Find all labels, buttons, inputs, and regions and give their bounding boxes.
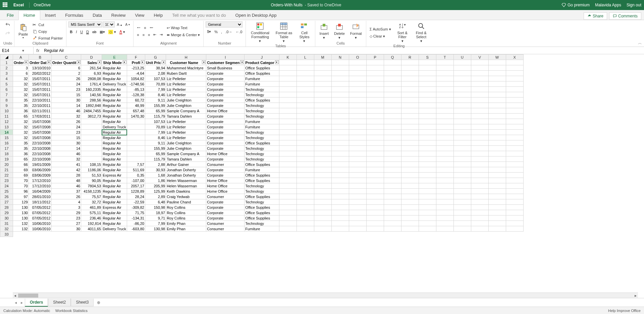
cell-D7[interactable]: 140,56 (81, 92, 102, 98)
cell-D3[interactable]: 6,93 (81, 71, 102, 76)
cell-Q18[interactable] (384, 151, 401, 156)
name-box-dropdown[interactable]: ▾ (22, 48, 24, 53)
open-desktop-button[interactable]: Open in Desktop App (231, 11, 281, 20)
cell-styles-button[interactable]: Cell Styles▾ (296, 21, 313, 44)
cell-B10[interactable]: 02/11/2011 (29, 108, 51, 114)
cell-S13[interactable] (419, 124, 436, 130)
cell-G10[interactable]: 65,99 (145, 108, 166, 114)
cell-M6[interactable] (314, 87, 331, 92)
sign-out-button[interactable]: Sign out (627, 3, 641, 7)
cell-V32[interactable] (471, 226, 488, 232)
cell-B20[interactable]: 19/01/2009 (29, 162, 51, 167)
cell-U7[interactable] (453, 92, 471, 98)
cell-N24[interactable] (331, 183, 349, 189)
cell-H2[interactable]: Muhammed MacIntyre (166, 65, 206, 71)
cell-X4[interactable] (506, 76, 523, 81)
merge-center-button[interactable]: ⬌Merge & Center▾ (165, 32, 201, 38)
row-header-15[interactable]: 15 (0, 135, 13, 140)
cell-L27[interactable] (297, 199, 314, 205)
cell-P8[interactable] (366, 98, 384, 103)
cell-M24[interactable] (314, 183, 331, 189)
cell[interactable] (297, 60, 314, 65)
cell-G23[interactable]: 1,86 (145, 178, 166, 183)
tab-insert[interactable]: Insert (40, 11, 61, 20)
cell-V6[interactable] (471, 87, 488, 92)
cell-K14[interactable] (279, 130, 297, 135)
cell-F28[interactable]: -309,82 (127, 205, 145, 210)
cell-T18[interactable] (436, 151, 453, 156)
cell-V16[interactable] (471, 140, 488, 146)
cell-E6[interactable]: Regular Air (102, 87, 127, 92)
cell-F4[interactable]: 1054,82 (127, 76, 145, 81)
cell-T20[interactable] (436, 162, 453, 167)
row-header-8[interactable]: 8 (0, 98, 13, 103)
col-header-C[interactable]: C (51, 55, 81, 60)
cell-J16[interactable]: Office Supplies (245, 140, 279, 146)
cell-D4[interactable]: 2808,08 (81, 76, 102, 81)
cell-K20[interactable] (279, 162, 297, 167)
cell-O8[interactable] (349, 98, 366, 103)
row-header-25[interactable]: 25 (0, 189, 13, 194)
cell-S11[interactable] (419, 114, 436, 119)
cell-F22[interactable]: 0,35 (127, 173, 145, 178)
cell-N29[interactable] (331, 210, 349, 215)
row-header-9[interactable]: 9 (0, 103, 13, 108)
cell-O29[interactable] (349, 210, 366, 215)
delete-cells-button[interactable]: Delete▾ (332, 22, 347, 41)
cell-G9[interactable]: 155,99 (145, 103, 166, 108)
cell-R5[interactable] (401, 81, 419, 87)
cell-N6[interactable] (331, 87, 349, 92)
insert-cells-button[interactable]: Insert▾ (317, 22, 331, 41)
align-center-button[interactable]: ≡ (141, 32, 146, 38)
cell-S4[interactable] (419, 76, 436, 81)
cell[interactable] (314, 60, 331, 65)
cell-G2[interactable]: 38,94 (145, 65, 166, 71)
cell-L6[interactable] (297, 87, 314, 92)
row-header-33[interactable]: 33 (0, 232, 13, 237)
cell-M32[interactable] (314, 226, 331, 232)
cell-V14[interactable] (471, 130, 488, 135)
cell-C26[interactable]: 26 (51, 194, 81, 199)
cell-N16[interactable] (331, 140, 349, 146)
cell-S9[interactable] (419, 103, 436, 108)
cell-G26[interactable]: 2,89 (145, 194, 166, 199)
row-header-7[interactable]: 7 (0, 92, 13, 98)
percent-button[interactable]: % (213, 29, 219, 35)
col-header-L[interactable]: L (297, 55, 314, 60)
cell-C23[interactable]: 48 (51, 178, 81, 183)
cell-J21[interactable]: Furniture (245, 167, 279, 173)
cell-D9[interactable]: 1892,848 (81, 103, 102, 108)
col-header-Q[interactable]: Q (384, 55, 401, 60)
cell-B27[interactable]: 18/11/2012 (29, 199, 51, 205)
cell-W2[interactable] (488, 65, 506, 71)
cell-I19[interactable]: Corporate (206, 156, 245, 162)
cell-M13[interactable] (314, 124, 331, 130)
cell-M16[interactable] (314, 140, 331, 146)
sort-filter-button[interactable]: AZSort & Filter▾ (394, 21, 411, 44)
cell-N2[interactable] (331, 65, 349, 71)
cell-D13[interactable] (81, 124, 102, 130)
cell-S31[interactable] (419, 221, 436, 226)
cell-D5[interactable]: 1761,4 (81, 81, 102, 87)
cell-Q25[interactable] (384, 189, 401, 194)
col-header-W[interactable]: W (488, 55, 506, 60)
row-header-13[interactable]: 13 (0, 124, 13, 130)
cell-V4[interactable] (471, 76, 488, 81)
cell-U6[interactable] (453, 87, 471, 92)
format-painter-button[interactable]: Format Painter (31, 35, 64, 41)
cell-E18[interactable]: Regular Air (102, 151, 127, 156)
cell-T17[interactable] (436, 146, 453, 151)
cell-T31[interactable] (436, 221, 453, 226)
cell-A22[interactable]: 69 (13, 173, 29, 178)
cell-P11[interactable] (366, 114, 384, 119)
cell-A11[interactable]: 65 (13, 114, 29, 119)
cell-H20[interactable]: Arthur Gainer (166, 162, 206, 167)
cell-E7[interactable]: Regular Air (102, 92, 127, 98)
cell-W23[interactable] (488, 178, 506, 183)
cell-S28[interactable] (419, 205, 436, 210)
cell-U32[interactable] (453, 226, 471, 232)
cell-J29[interactable]: Office Supplies (245, 210, 279, 215)
row-header-21[interactable]: 21 (0, 167, 13, 173)
cell-I3[interactable]: Corporate (206, 71, 245, 76)
cell-R23[interactable] (401, 178, 419, 183)
